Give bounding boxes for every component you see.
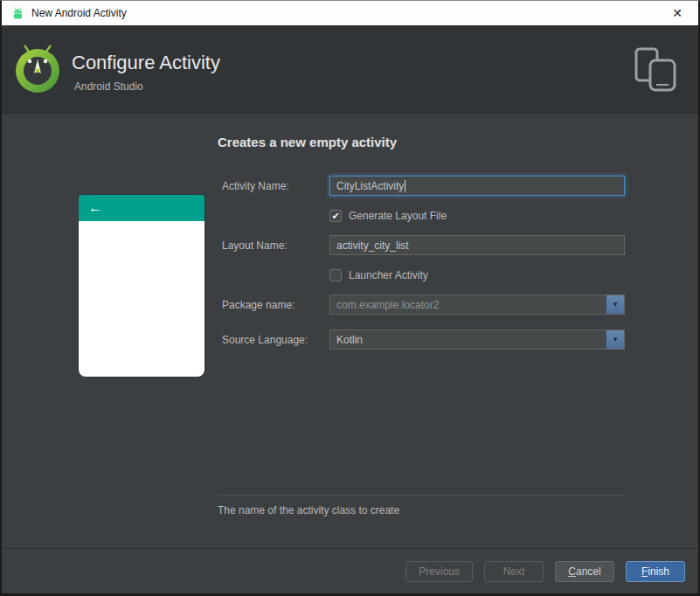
previous-button[interactable]: Previous (405, 561, 473, 582)
launcher-activity-checkbox[interactable] (329, 269, 342, 281)
finish-rest: inish (648, 565, 669, 578)
wizard-body: Creates a new empty activity ← Activity … (2, 114, 698, 548)
new-android-activity-dialog: New Android Activity ✕ Configure Activit… (0, 0, 700, 596)
hint-divider (218, 495, 625, 496)
back-arrow-icon: ← (88, 201, 102, 215)
source-language-dropdown-button[interactable]: ▼ (606, 330, 624, 349)
wizard-title: Configure Activity (72, 52, 220, 74)
wizard-subtitle: Android Studio (74, 80, 143, 93)
layout-name-value: activity_city_list (336, 239, 409, 252)
page-title: Creates a new empty activity (218, 135, 397, 149)
wizard-header: Configure Activity Android Studio (2, 25, 698, 114)
generate-layout-label[interactable]: Generate Layout File (349, 210, 447, 222)
next-button-label: Next (503, 565, 525, 578)
source-language-value: Kotlin (336, 334, 605, 346)
check-icon: ✔ (331, 211, 339, 221)
activity-preview: ← (79, 195, 204, 377)
launcher-activity-label[interactable]: Launcher Activity (349, 269, 428, 281)
android-app-icon (10, 6, 25, 21)
preview-screen (79, 221, 204, 377)
launcher-activity-row: Launcher Activity (329, 269, 428, 281)
source-language-combobox[interactable]: Kotlin ▼ (329, 329, 625, 350)
button-row: Previous Next Cancel Finish (405, 561, 685, 582)
source-language-label: Source Language: (222, 334, 308, 346)
activity-name-input[interactable]: CityListActivity (329, 176, 625, 196)
layout-name-input[interactable]: activity_city_list (329, 235, 625, 255)
preview-appbar: ← (79, 195, 204, 221)
generate-layout-row: ✔ Generate Layout File (329, 210, 447, 222)
window-title: New Android Activity (31, 7, 665, 19)
hint-text: The name of the activity class to create (218, 504, 399, 516)
android-studio-logo (12, 44, 63, 94)
close-icon[interactable]: ✕ (665, 3, 690, 24)
activity-name-label: Activity Name: (222, 180, 289, 192)
cancel-button[interactable]: Cancel (555, 561, 614, 582)
window-titlebar[interactable]: New Android Activity ✕ (2, 1, 698, 25)
package-name-combobox[interactable]: com.example.locator2 ▼ (329, 295, 625, 315)
next-button[interactable]: Next (484, 561, 544, 582)
layout-name-label: Layout Name: (222, 239, 288, 252)
dropdown-arrow-icon: ▼ (612, 336, 619, 343)
finish-button[interactable]: Finish (626, 561, 685, 582)
dropdown-arrow-icon: ▼ (612, 301, 619, 308)
activity-name-value: CityListActivity (336, 180, 404, 192)
generate-layout-checkbox[interactable]: ✔ (329, 210, 342, 222)
devices-icon (634, 46, 677, 94)
package-name-value: com.example.locator2 (336, 299, 605, 311)
wizard-footer: Previous Next Cancel Finish (2, 548, 698, 593)
text-caret (405, 180, 405, 192)
cancel-rest: ancel (576, 565, 601, 578)
package-name-label: Package name: (222, 299, 295, 311)
previous-button-label: Previous (419, 565, 460, 578)
cancel-mnemonic: C (568, 565, 576, 578)
package-name-dropdown-button[interactable]: ▼ (606, 295, 624, 314)
